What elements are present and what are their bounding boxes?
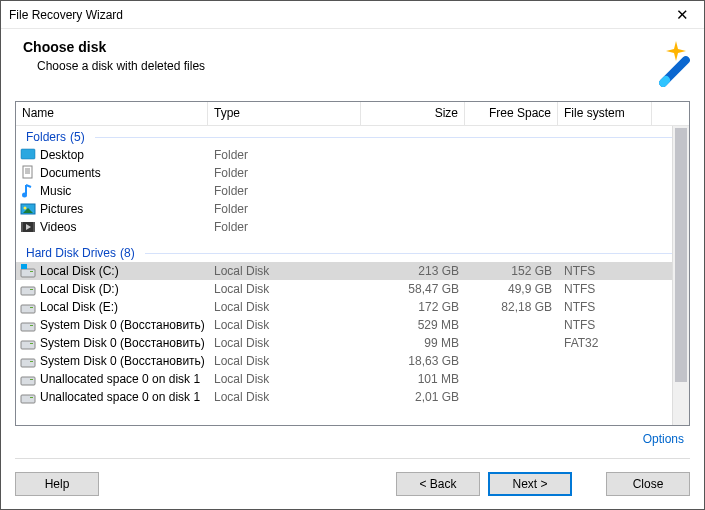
- row-type: Folder: [208, 219, 361, 235]
- row-type: Local Disk: [208, 281, 361, 297]
- svg-rect-14: [21, 222, 23, 232]
- drive-row[interactable]: System Disk 0 (Восстановить)Local Disk52…: [16, 316, 689, 334]
- close-icon[interactable]: ✕: [662, 2, 702, 28]
- folder-row[interactable]: PicturesFolder: [16, 200, 689, 218]
- next-button[interactable]: Next >: [488, 472, 572, 496]
- row-file-system: [558, 396, 652, 398]
- window-title: File Recovery Wizard: [9, 8, 662, 22]
- svg-rect-30: [21, 377, 35, 385]
- row-type: Folder: [208, 165, 361, 181]
- close-button[interactable]: Close: [606, 472, 690, 496]
- drive-row[interactable]: System Disk 0 (Восстановить)Local Disk99…: [16, 334, 689, 352]
- scrollbar[interactable]: [672, 126, 689, 425]
- row-size: 172 GB: [361, 299, 465, 315]
- footer: Help < Back Next > Close: [1, 459, 704, 509]
- row-name-cell: System Disk 0 (Восстановить): [16, 334, 208, 352]
- music-icon: [20, 183, 36, 199]
- svg-rect-31: [30, 379, 33, 380]
- row-name-cell: Music: [16, 182, 208, 200]
- row-free-space: [465, 208, 558, 210]
- row-file-system: NTFS: [558, 299, 652, 315]
- drive-row[interactable]: System Disk 0 (Восстановить)Local Disk18…: [16, 352, 689, 370]
- svg-rect-24: [21, 323, 35, 331]
- folder-row[interactable]: DocumentsFolder: [16, 164, 689, 182]
- row-file-system: FAT32: [558, 335, 652, 351]
- row-size: [361, 172, 465, 174]
- row-name-cell: System Disk 0 (Восстановить): [16, 316, 208, 334]
- row-free-space: [465, 360, 558, 362]
- row-free-space: 49,9 GB: [465, 281, 558, 297]
- column-headers: Name Type Size Free Space File system: [16, 102, 689, 126]
- wizard-window: File Recovery Wizard ✕ Choose disk Choos…: [0, 0, 705, 510]
- disk-icon: [20, 281, 36, 297]
- row-name-cell: Desktop: [16, 146, 208, 164]
- svg-rect-19: [21, 264, 27, 269]
- column-type[interactable]: Type: [208, 102, 361, 125]
- group-folders-count: (5): [70, 130, 85, 144]
- svg-rect-5: [23, 166, 32, 178]
- row-type: Folder: [208, 201, 361, 217]
- row-name: System Disk 0 (Восстановить): [40, 336, 205, 350]
- scrollbar-thumb[interactable]: [675, 128, 687, 382]
- svg-rect-21: [30, 289, 33, 290]
- svg-rect-29: [30, 361, 33, 362]
- group-drives: Hard Disk Drives (8): [16, 242, 689, 262]
- svg-rect-33: [30, 397, 33, 398]
- back-button[interactable]: < Back: [396, 472, 480, 496]
- row-name: Desktop: [40, 148, 84, 162]
- row-name: Local Disk (E:): [40, 300, 118, 314]
- row-file-system: [558, 154, 652, 156]
- row-size: 101 MB: [361, 371, 465, 387]
- row-name: Documents: [40, 166, 101, 180]
- row-name: System Disk 0 (Восстановить): [40, 354, 205, 368]
- row-size: [361, 226, 465, 228]
- row-free-space: [465, 154, 558, 156]
- column-name[interactable]: Name: [16, 102, 208, 125]
- row-name-cell: System Disk 0 (Восстановить): [16, 352, 208, 370]
- row-name-cell: Pictures: [16, 200, 208, 218]
- disk-icon: [20, 335, 36, 351]
- drive-row[interactable]: Local Disk (D:)Local Disk58,47 GB49,9 GB…: [16, 280, 689, 298]
- group-drives-label: Hard Disk Drives: [26, 246, 116, 260]
- row-size: 18,63 GB: [361, 353, 465, 369]
- drive-row[interactable]: Local Disk (E:)Local Disk172 GB82,18 GBN…: [16, 298, 689, 316]
- row-name: System Disk 0 (Восстановить): [40, 318, 205, 332]
- drive-row[interactable]: Local Disk (C:)Local Disk213 GB152 GBNTF…: [16, 262, 689, 280]
- row-free-space: [465, 396, 558, 398]
- disk-icon: [20, 389, 36, 405]
- column-free-space[interactable]: Free Space: [465, 102, 558, 125]
- disk-win-icon: [20, 263, 36, 279]
- help-button[interactable]: Help: [15, 472, 99, 496]
- row-file-system: [558, 378, 652, 380]
- group-folders-label: Folders: [26, 130, 66, 144]
- row-size: 58,47 GB: [361, 281, 465, 297]
- row-name: Pictures: [40, 202, 83, 216]
- row-file-system: NTFS: [558, 281, 652, 297]
- row-name: Videos: [40, 220, 76, 234]
- row-type: Folder: [208, 147, 361, 163]
- row-size: [361, 208, 465, 210]
- folder-row[interactable]: VideosFolder: [16, 218, 689, 236]
- folder-row[interactable]: DesktopFolder: [16, 146, 689, 164]
- column-file-system[interactable]: File system: [558, 102, 652, 125]
- row-free-space: [465, 342, 558, 344]
- row-file-system: [558, 172, 652, 174]
- column-size[interactable]: Size: [361, 102, 465, 125]
- disk-icon: [20, 317, 36, 333]
- page-subtitle: Choose a disk with deleted files: [37, 59, 642, 73]
- row-name-cell: Documents: [16, 164, 208, 182]
- row-name-cell: Unallocated space 0 on disk 1: [16, 388, 208, 406]
- row-free-space: 152 GB: [465, 263, 558, 279]
- row-size: 2,01 GB: [361, 389, 465, 405]
- row-size: 213 GB: [361, 263, 465, 279]
- pictures-icon: [20, 201, 36, 217]
- drive-row[interactable]: Unallocated space 0 on disk 1Local Disk1…: [16, 370, 689, 388]
- options-link[interactable]: Options: [643, 432, 684, 446]
- disk-icon: [20, 353, 36, 369]
- svg-rect-3: [21, 149, 35, 159]
- folder-row[interactable]: MusicFolder: [16, 182, 689, 200]
- svg-rect-15: [33, 222, 35, 232]
- svg-rect-22: [21, 305, 35, 313]
- drive-row[interactable]: Unallocated space 0 on disk 1Local Disk2…: [16, 388, 689, 406]
- row-file-system: NTFS: [558, 317, 652, 333]
